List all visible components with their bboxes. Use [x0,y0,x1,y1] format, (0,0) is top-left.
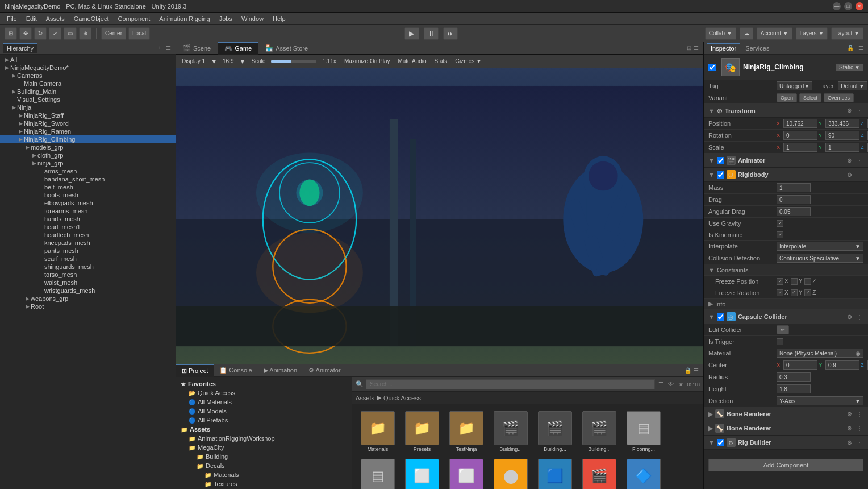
rigidbody-settings-icon[interactable]: ⚙ [846,171,853,179]
center-btn[interactable]: Center [101,27,126,40]
layout-dropdown[interactable]: Layout ▼ [831,27,863,40]
tree-item-weapons-grp[interactable]: ▶weapons_grp [0,295,176,302]
cloud-btn[interactable]: ☁ [740,27,753,40]
bone1-settings-icon[interactable]: ⚙ [846,410,853,418]
transform-menu-icon[interactable]: ⋮ [856,106,863,115]
radius-input[interactable] [777,372,811,382]
tree-item-visual-settings[interactable]: Visual_Settings [0,96,176,103]
collision-dropdown[interactable]: Continuous Speculative ▼ [777,254,863,263]
animator-component-header[interactable]: ▼ 🎬 Animator ⚙ ⋮ [704,154,868,168]
freeze-pos-z-checkbox[interactable] [804,278,811,285]
tree-item-ninjarig-staff[interactable]: ▶NinjaRig_Staff [0,111,176,119]
freeze-rot-x-checkbox[interactable]: ✓ [777,289,783,296]
assets-tree-item-6[interactable]: 📁AnimationRiggingWorkshop [176,434,352,443]
mass-input[interactable] [777,183,811,192]
asset-item-ground2[interactable]: ⬜Ground... [401,457,443,489]
asset-item-building1[interactable]: 🎬Building... [490,409,532,454]
pause-button[interactable]: ⏸ [424,27,439,40]
menu-jobs[interactable]: Jobs [215,14,237,23]
tree-item-all[interactable]: ▶All [0,56,176,64]
tree-item-waist-mesh[interactable]: waist_mesh [0,279,176,287]
hierarchy-menu-btn[interactable]: ☰ [165,44,172,52]
display-selector[interactable]: Display 1 [180,57,207,65]
bone-renderer2-header[interactable]: ▶ 🦴 Bone Renderer ⚙ ⋮ [704,421,868,436]
play-button[interactable]: ▶ [404,27,419,40]
assets-tree-item-4[interactable]: 🔵All Prefabs [176,416,352,425]
constraints-header-row[interactable]: ▼ Constraints [704,264,868,276]
select-btn[interactable]: Select [799,93,821,102]
direction-dropdown[interactable]: Y-Axis ▼ [777,396,863,405]
rot-y-input[interactable] [825,131,859,140]
animator-menu-icon[interactable]: ⋮ [856,156,863,165]
inspector-menu-btn[interactable]: ☰ [857,44,865,52]
tree-item-shinguards-mesh[interactable]: shinguards_mesh [0,263,176,271]
edit-collider-btn[interactable]: ✏ [777,325,789,334]
assets-tree-item-1[interactable]: 📂Quick Access [176,388,352,397]
toolbar-rotate-btn[interactable]: ↻ [34,27,47,40]
assets-eye-btn[interactable]: 👁 [667,380,675,388]
tree-item-boots-mesh[interactable]: boots_mesh [0,191,176,199]
capsule-collider-header[interactable]: ▼ ◎ Capsule Collider ⚙ ⋮ [704,310,868,324]
material-dropdown[interactable]: None (Physic Material) ◎ [777,349,863,358]
assets-tree-item-5[interactable]: 📁Assets [176,425,352,434]
scale-y-input[interactable] [825,143,859,152]
tab-scene[interactable]: 🎬 Scene [176,42,218,55]
minimize-button[interactable]: — [833,2,841,10]
account-dropdown[interactable]: Account ▼ [757,27,792,40]
menu-assets[interactable]: Assets [41,14,69,23]
interpolate-dropdown[interactable]: Interpolate ▼ [777,242,863,251]
rigidbody-menu-icon[interactable]: ⋮ [856,171,863,179]
asset-item-building2[interactable]: 🎬Building... [534,409,576,454]
bone-renderer1-header[interactable]: ▶ 🦴 Bone Renderer ⚙ ⋮ [704,407,868,421]
maximize-button[interactable]: □ [844,2,852,10]
assets-tree-item-8[interactable]: 📁Building [176,452,352,461]
transform-settings-icon[interactable]: ⚙ [846,106,853,115]
tree-item-belt-mesh[interactable]: belt_mesh [0,183,176,191]
rig-settings-icon[interactable]: ⚙ [846,438,853,447]
menu-edit[interactable]: Edit [22,14,41,23]
asset-item-lwrp[interactable]: 🟦LWRP-... [534,457,576,489]
services-tab[interactable]: Services [742,44,773,53]
freeze-pos-y-checkbox[interactable] [791,278,798,285]
toolbar-transform-btn[interactable]: ⊞ [5,27,17,40]
ratio-selector[interactable]: 16:9 [220,57,236,65]
tree-item-cameras[interactable]: ▶Cameras [0,72,176,80]
capsule-menu-icon[interactable]: ⋮ [856,313,863,321]
height-input[interactable] [777,384,811,393]
rigidbody-component-header[interactable]: ▼ ⬡ Rigidbody ⚙ ⋮ [704,168,868,182]
assets-filter-btn[interactable]: ☰ [657,380,665,388]
tree-item-models-grp[interactable]: ▶models_grp [0,143,176,151]
tree-item-pants-mesh[interactable]: pants_mesh [0,247,176,255]
capsule-settings-icon[interactable]: ⚙ [846,313,853,321]
assets-tree-item-11[interactable]: 📁Textures [176,479,352,488]
menu-window[interactable]: Window [237,14,268,23]
tree-item-ninjarig-ramen[interactable]: ▶NinjaRig_Ramen [0,127,176,135]
tree-item-torso-mesh[interactable]: torso_mesh [0,271,176,279]
toolbar-scale-btn[interactable]: ⤢ [49,27,61,40]
stats-btn[interactable]: Stats [432,57,450,65]
tree-item-arms-mesh[interactable]: arms_mesh [0,167,176,175]
is-kinematic-checkbox[interactable]: ✓ [777,231,783,238]
bottom-menu-btn[interactable]: ☰ [692,366,700,375]
asset-item-ground4[interactable]: ⬤Ground... [490,457,532,489]
angular-drag-input[interactable] [777,207,811,216]
collab-dropdown[interactable]: Collab ▼ [705,27,736,40]
layer-dropdown[interactable]: Default ▼ [838,81,867,90]
rig-builder-header[interactable]: ▼ ⚙ Rig Builder ⚙ ⋮ [704,436,868,450]
tree-item-hands-mesh[interactable]: hands_mesh [0,215,176,223]
transform-component-header[interactable]: ▼ ⊕ Transform ⚙ ⋮ [704,104,868,118]
asset-item-presets[interactable]: 📁Presets [401,409,443,454]
toolbar-rect-btn[interactable]: ▭ [64,27,77,40]
tab-project[interactable]: ⊞ Project [176,364,214,377]
freeze-rot-z-checkbox[interactable]: ✓ [804,289,811,296]
menu-gameobject[interactable]: GameObject [69,14,114,23]
close-button[interactable]: ✕ [856,2,863,10]
toolbar-move-btn[interactable]: ✥ [19,27,32,40]
asset-item-building3[interactable]: 🎬Building... [578,409,620,454]
tree-item-headtech-mesh[interactable]: headtech_mesh [0,231,176,239]
freeze-rot-y-checkbox[interactable]: ✓ [791,289,798,296]
assets-tree-item-3[interactable]: 🔵All Models [176,407,352,416]
toolbar-combined-btn[interactable]: ⊕ [79,27,91,40]
tree-item-root[interactable]: ▶Root [0,302,176,310]
tree-item-scarf-mesh[interactable]: scarf_mesh [0,255,176,263]
